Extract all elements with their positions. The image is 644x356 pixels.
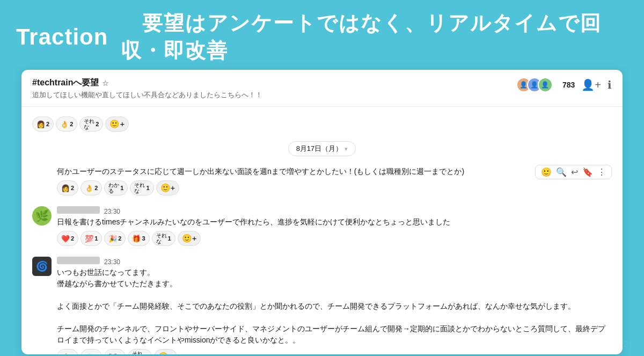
brand-title: Traction (16, 24, 108, 50)
avatar-3: 👤 (538, 77, 553, 92)
channel-title-area: #techtrainへ要望 ☆ 追加してほしい機能や直してほしい不具合などありま… (32, 77, 262, 100)
message-1-reactions: 👩2 👌2 わかる1 それな1 🙂+ (57, 180, 612, 195)
message-1-actions: 🙂 🔍 ↩ 🔖 ⋮ (535, 165, 612, 179)
more-action-icon[interactable]: ⋮ (597, 167, 606, 177)
bookmark-action-icon[interactable]: 🔖 (582, 167, 593, 177)
member-count[interactable]: 783 (562, 81, 575, 89)
author-name-blurred-3 (57, 257, 100, 264)
channel-actions: 👤 👤 👤 783 👤+ ℹ (516, 77, 612, 92)
reaction-sore-2[interactable]: それな2 (79, 117, 103, 132)
emoji-action-icon[interactable]: 🙂 (541, 167, 552, 177)
slide-header: Traction 要望はアンケートではなく、リアルタイムで回収・即改善 (0, 0, 644, 70)
reaction-sore-1b[interactable]: それな1 (152, 231, 175, 246)
reaction-thumbsup-2[interactable]: 👍2 (57, 349, 78, 354)
reaction-wake-1[interactable]: わかる1 (104, 180, 128, 195)
reaction-hands-2[interactable]: 🙌2 (80, 349, 102, 354)
add-reaction-btn-1[interactable]: 🙂+ (105, 117, 129, 132)
reaction-sore-1c[interactable]: それな1 (128, 349, 151, 354)
message-2-content: 23:30 日報を書けるtimesチャンネルみたいなのをユーザーで作れたら、進捗… (57, 206, 612, 246)
message-1-wrapper: 何かユーザーのステータスに応じて週一しか出来ない面談を週nまで増やすとかしたい！… (21, 163, 623, 199)
message-2-meta: 23:30 (57, 206, 612, 215)
slack-card: #techtrainへ要望 ☆ 追加してほしい機能や直してほしい不具合などありま… (21, 70, 623, 354)
reaction-ribbon-2[interactable]: 🎀2 (104, 349, 126, 354)
chevron-down-icon: ▾ (345, 146, 348, 152)
message-3-reactions: 👍2 🙌2 🎀2 それな1 🙂+ (57, 349, 612, 354)
avatar-2: 🌿 (32, 206, 52, 226)
slide-subtitle: 要望はアンケートではなく、リアルタイムで回収・即改善 (121, 10, 628, 64)
message-3: 🌀 23:30 いつもお世話になってます。 僭越ながら書かせていただきます。 よ… (21, 253, 623, 354)
add-reaction-btn-3[interactable]: 🙂+ (178, 231, 201, 246)
message-2-text: 日報を書けるtimesチャンネルみたいなのをユーザーで作れたら、進捗を気軽にかけ… (57, 216, 612, 228)
reaction-heart-2[interactable]: ❤️2 (57, 231, 78, 246)
message-2-time: 23:30 (104, 208, 120, 215)
author-name-blurred-2 (57, 206, 100, 214)
reaction-sore-1[interactable]: それな1 (130, 180, 153, 195)
reaction-user-2b[interactable]: 👩2 (57, 180, 78, 195)
message-3-content: 23:30 いつもお世話になってます。 僭越ながら書かせていただきます。 よく面… (57, 257, 612, 354)
message-3-meta: 23:30 (57, 257, 612, 266)
reaction-100-1[interactable]: 💯1 (80, 231, 102, 246)
reaction-user-2[interactable]: 👩2 (32, 117, 54, 132)
reaction-party-2[interactable]: 🎉2 (104, 231, 126, 246)
add-reaction-btn-4[interactable]: 🙂+ (154, 349, 178, 354)
message-1-text: 何かユーザーのステータスに応じて週一しか出来ない面談を週nまで増やすとかしたい！… (57, 166, 612, 177)
reply-action-icon[interactable]: ↩ (571, 167, 578, 177)
date-badge[interactable]: 8月17日（月） ▾ (288, 141, 356, 156)
date-divider: 8月17日（月） ▾ (32, 141, 612, 156)
avatar-3: 🌀 (32, 257, 52, 276)
channel-description: 追加してほしい機能や直してほしい不具合などありましたらこちらへ！！ (32, 90, 262, 100)
message-3-text: いつもお世話になってます。 僭越ながら書かせていただきます。 よく面接とかで「チ… (57, 267, 612, 346)
message-3-time: 23:30 (104, 258, 120, 266)
message-1: 何かユーザーのステータスに応じて週一しか出来ない面談を週nまで増やすとかしたい！… (21, 163, 623, 199)
page-number: 31 (624, 340, 633, 350)
add-reaction-btn-2[interactable]: 🙂+ (156, 180, 180, 195)
star-icon[interactable]: ☆ (102, 79, 109, 88)
reaction-gift-3[interactable]: 🎁3 (128, 231, 149, 246)
info-icon[interactable]: ℹ (608, 78, 612, 91)
message-1-content: 何かユーザーのステータスに応じて週一しか出来ない面談を週nまで増やすとかしたい！… (57, 166, 612, 195)
message-2-wrapper: 🌿 23:30 日報を書けるtimesチャンネルみたいなのをユーザーで作れたら、… (21, 203, 623, 249)
channel-name: #techtrainへ要望 ☆ (32, 77, 262, 89)
channel-header: #techtrainへ要望 ☆ 追加してほしい機能や直してほしい不具合などありま… (21, 70, 623, 107)
search-action-icon[interactable]: 🔍 (556, 167, 567, 177)
add-member-icon[interactable]: 👤+ (581, 78, 601, 91)
member-avatars: 👤 👤 👤 (516, 77, 553, 92)
reaction-ok-2[interactable]: 👌2 (56, 117, 77, 132)
message-2: 🌿 23:30 日報を書けるtimesチャンネルみたいなのをユーザーで作れたら、… (21, 203, 623, 249)
reaction-row-top: 👩2 👌2 それな2 🙂+ (21, 111, 623, 135)
message-3-wrapper: 🌀 23:30 いつもお世話になってます。 僭越ながら書かせていただきます。 よ… (21, 253, 623, 354)
messages-list: 👩2 👌2 それな2 🙂+ 8月17日（月） ▾ 何かユーザーのステータスに応じ… (21, 107, 623, 354)
reaction-ok-2b[interactable]: 👌2 (80, 180, 102, 195)
avatar-spacer (32, 166, 52, 195)
message-2-reactions: ❤️2 💯1 🎉2 🎁3 それな1 🙂+ (57, 231, 612, 246)
